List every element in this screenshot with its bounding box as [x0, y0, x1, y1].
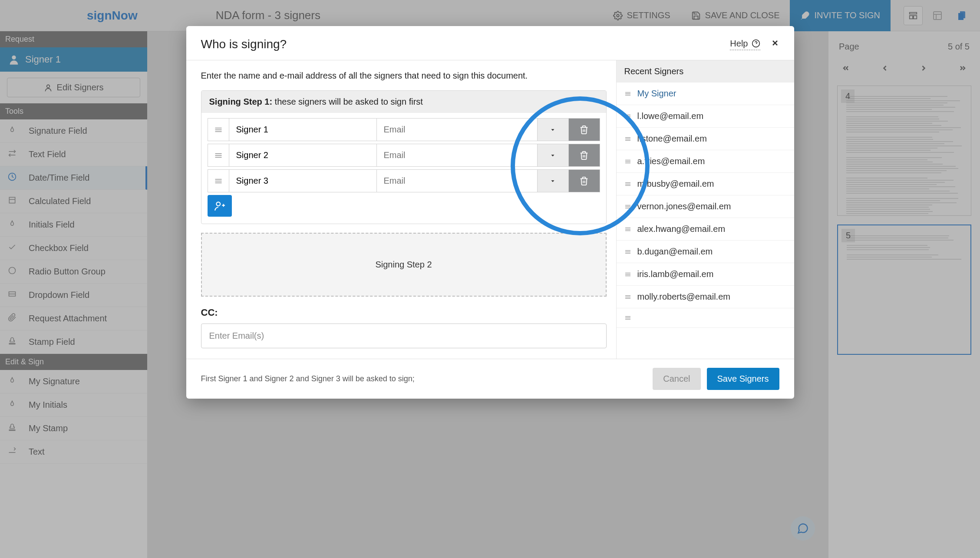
signer-name-input[interactable]: [236, 176, 370, 186]
save-signers-button[interactable]: Save Signers: [707, 368, 779, 390]
drag-icon: [624, 314, 631, 321]
signer-name-input[interactable]: [236, 125, 370, 135]
signer-email-input[interactable]: [384, 150, 530, 160]
drag-icon: [214, 125, 223, 134]
svg-marker-20: [551, 129, 554, 131]
signer-row-1: [208, 118, 600, 141]
step-1-header: Signing Step 1: these signers will be as…: [201, 91, 606, 113]
drag-icon: [624, 181, 631, 188]
who-is-signing-modal: Who is signing? Help Enter the name and …: [186, 26, 794, 399]
recent-signer-item[interactable]: iris.lamb@email.em: [617, 263, 794, 286]
drag-icon: [624, 226, 631, 233]
svg-point-35: [216, 202, 220, 206]
recent-signer-item[interactable]: l.stone@email.em: [617, 128, 794, 150]
drag-icon: [214, 177, 223, 185]
signer-row-2: [208, 144, 600, 167]
cc-label: CC:: [201, 307, 607, 318]
drag-icon: [624, 294, 631, 300]
recent-signers-panel: Recent Signers My Signer l.lowe@email.em…: [616, 60, 794, 359]
signer-email-input[interactable]: [384, 125, 530, 135]
recent-signers-header: Recent Signers: [617, 60, 794, 83]
modal-subtitle: Enter the name and e-mail address of all…: [201, 71, 607, 81]
signing-step-2-dropzone[interactable]: Signing Step 2: [201, 233, 607, 297]
chevron-down-icon: [550, 152, 556, 158]
drag-handle[interactable]: [208, 118, 229, 141]
trash-icon: [579, 176, 589, 186]
recent-signer-self[interactable]: My Signer: [617, 83, 794, 105]
recent-signer-item[interactable]: m.busby@email.em: [617, 173, 794, 195]
delete-signer-button[interactable]: [569, 118, 600, 141]
drag-icon: [214, 151, 223, 160]
svg-marker-26: [551, 155, 554, 156]
drag-icon: [624, 203, 631, 210]
recent-signer-item[interactable]: alex.hwang@email.em: [617, 218, 794, 241]
signer-email-input[interactable]: [384, 176, 530, 186]
signer-row-3: [208, 169, 600, 192]
signer-options-dropdown[interactable]: [538, 169, 569, 192]
signer-options-dropdown[interactable]: [538, 118, 569, 141]
cancel-button[interactable]: Cancel: [653, 368, 700, 390]
drag-handle[interactable]: [208, 169, 229, 192]
recent-signer-item[interactable]: a.fries@email.em: [617, 150, 794, 173]
signer-name-input[interactable]: [236, 150, 370, 160]
close-icon: [771, 39, 779, 47]
trash-icon: [579, 151, 589, 160]
chevron-down-icon: [550, 178, 556, 184]
signing-step-1-box: Signing Step 1: these signers will be as…: [201, 90, 607, 224]
delete-signer-button[interactable]: [569, 169, 600, 192]
delete-signer-button[interactable]: [569, 144, 600, 167]
chevron-down-icon: [550, 127, 556, 133]
recent-signer-item[interactable]: vernon.jones@email.em: [617, 195, 794, 218]
recent-signer-item[interactable]: molly.roberts@email.em: [617, 286, 794, 308]
footer-note: First Signer 1 and Signer 2 and Signer 3…: [201, 374, 415, 383]
help-icon: [752, 39, 760, 48]
svg-marker-32: [551, 180, 554, 182]
drag-icon: [624, 90, 631, 97]
drag-icon: [624, 113, 631, 120]
recent-signer-more[interactable]: [617, 308, 794, 328]
drag-icon: [624, 271, 631, 278]
add-signer-button[interactable]: [208, 195, 232, 217]
drag-icon: [624, 248, 631, 255]
help-button[interactable]: Help: [730, 39, 760, 50]
modal-overlay: Who is signing? Help Enter the name and …: [0, 0, 980, 558]
modal-title: Who is signing?: [201, 37, 287, 51]
drag-icon: [624, 135, 631, 142]
cc-input[interactable]: [201, 324, 607, 348]
signer-options-dropdown[interactable]: [538, 144, 569, 167]
close-button[interactable]: [771, 39, 779, 50]
drag-handle[interactable]: [208, 144, 229, 167]
drag-icon: [624, 158, 631, 165]
recent-signer-item[interactable]: b.dugan@email.em: [617, 241, 794, 263]
recent-signer-item[interactable]: l.lowe@email.em: [617, 105, 794, 128]
add-person-icon: [214, 200, 225, 211]
trash-icon: [579, 125, 589, 135]
